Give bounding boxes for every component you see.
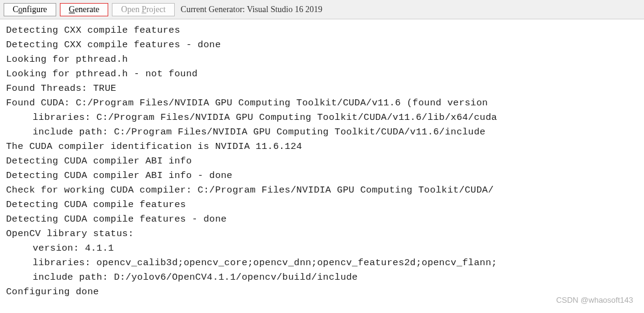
log-line: Detecting CUDA compile features - done (6, 214, 227, 225)
log-line: include path: D:/yolov6/OpenCV4.1.1/open… (6, 270, 642, 285)
log-line: libraries: C:/Program Files/NVIDIA GPU C… (6, 110, 642, 125)
log-line: Detecting CXX compile features (6, 25, 180, 36)
log-line: Looking for pthread.h (6, 54, 128, 65)
log-line: The CUDA compiler identification is NVID… (6, 141, 302, 152)
log-line: Looking for pthread.h - not found (6, 68, 198, 79)
log-line: Found Threads: TRUE (6, 83, 116, 94)
log-line: Detecting CUDA compile features (6, 199, 186, 210)
log-line: Detecting CUDA compiler ABI info - done (6, 170, 232, 181)
log-line: Configuring done (6, 286, 99, 297)
current-generator-label: Current Generator: Visual Studio 16 2019 (181, 5, 322, 15)
log-line: libraries: opencv_calib3d;opencv_core;op… (6, 255, 642, 270)
log-line: Detecting CXX compile features - done (6, 39, 221, 50)
log-line: OpenCV library status: (6, 228, 134, 239)
log-line: include path: C:/Program Files/NVIDIA GP… (6, 125, 642, 139)
log-line: version: 4.1.1 (6, 241, 642, 255)
open-project-button: Open Project (112, 3, 175, 16)
configure-button[interactable]: Configure (4, 3, 56, 16)
log-line: Detecting CUDA compiler ABI info (6, 156, 192, 166)
generate-button[interactable]: Generate (60, 3, 109, 16)
output-log: Detecting CXX compile features Detecting… (0, 19, 644, 301)
log-line: Check for working CUDA compiler: C:/Prog… (6, 185, 494, 196)
toolbar: Configure Generate Open Project Current … (0, 0, 644, 19)
log-line: Found CUDA: C:/Program Files/NVIDIA GPU … (6, 97, 488, 108)
